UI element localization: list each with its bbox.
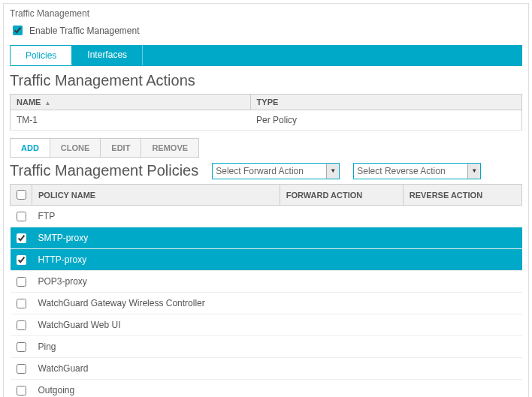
policies-row-forward bbox=[280, 271, 403, 293]
toolbar: ADD CLONE EDIT REMOVE bbox=[10, 138, 199, 158]
policies-row-check-cell bbox=[11, 206, 32, 227]
policies-row-reverse bbox=[403, 227, 521, 249]
policies-row-checkbox[interactable] bbox=[17, 299, 26, 308]
policies-row-reverse bbox=[403, 271, 521, 293]
policies-row[interactable]: POP3-proxy bbox=[11, 271, 522, 293]
policies-row-checkbox[interactable] bbox=[17, 212, 26, 221]
policies-row-reverse bbox=[403, 336, 521, 358]
select-all-checkbox[interactable] bbox=[17, 190, 26, 200]
tabstrip: Policies Interfaces bbox=[10, 45, 522, 66]
policies-row-reverse bbox=[403, 314, 521, 336]
actions-table: NAME ▲ TYPE TM-1 Per Policy bbox=[10, 94, 522, 131]
traffic-management-panel: Traffic Management Enable Traffic Manage… bbox=[3, 3, 529, 397]
panel-title: Traffic Management bbox=[10, 8, 522, 19]
policies-row-reverse bbox=[403, 206, 521, 227]
policies-header: Traffic Management Policies Select Forwa… bbox=[10, 162, 522, 179]
policies-row-name: WatchGuard Web UI bbox=[32, 314, 280, 336]
policies-row[interactable]: HTTP-proxy bbox=[11, 249, 522, 271]
policies-col-reverse[interactable]: REVERSE ACTION bbox=[403, 185, 521, 206]
enable-label: Enable Traffic Management bbox=[29, 26, 140, 36]
policies-row-checkbox[interactable] bbox=[17, 342, 26, 352]
policies-row-name: WatchGuard bbox=[32, 358, 280, 380]
policies-row-name: WatchGuard Gateway Wireless Controller bbox=[32, 293, 280, 314]
policies-row-forward bbox=[280, 206, 403, 227]
policies-col-name[interactable]: POLICY NAME bbox=[32, 185, 280, 206]
policies-row-check-cell bbox=[11, 271, 32, 293]
remove-button[interactable]: REMOVE bbox=[141, 139, 198, 157]
policies-row-reverse bbox=[403, 293, 521, 314]
policies-row-name: Outgoing bbox=[32, 380, 280, 398]
policies-section-title: Traffic Management Policies bbox=[10, 162, 198, 179]
policies-row-checkbox[interactable] bbox=[17, 277, 26, 287]
policies-row[interactable]: WatchGuard Web UI bbox=[11, 314, 522, 336]
add-button[interactable]: ADD bbox=[11, 139, 50, 157]
forward-action-select[interactable]: Select Forward Action bbox=[212, 163, 340, 179]
policies-row-name: FTP bbox=[32, 206, 280, 227]
policies-row-check-cell bbox=[11, 380, 32, 398]
sort-asc-icon: ▲ bbox=[44, 100, 50, 107]
policies-row-name: SMTP-proxy bbox=[32, 227, 280, 249]
actions-row-type: Per Policy bbox=[250, 110, 521, 131]
tab-interfaces[interactable]: Interfaces bbox=[72, 45, 143, 65]
actions-col-type[interactable]: TYPE bbox=[250, 95, 521, 110]
actions-section-title: Traffic Management Actions bbox=[10, 72, 522, 89]
policies-row-checkbox[interactable] bbox=[17, 233, 26, 243]
policies-row[interactable]: SMTP-proxy bbox=[11, 227, 522, 249]
policies-row-forward bbox=[280, 336, 403, 358]
policies-row-name: POP3-proxy bbox=[32, 271, 280, 293]
actions-col-name[interactable]: NAME ▲ bbox=[11, 95, 251, 110]
policies-row-forward bbox=[280, 227, 403, 249]
policies-col-forward[interactable]: FORWARD ACTION bbox=[280, 185, 403, 206]
policies-row-name: Ping bbox=[32, 336, 280, 358]
enable-checkbox[interactable] bbox=[13, 26, 23, 35]
policies-row-reverse bbox=[403, 358, 521, 380]
reverse-action-select-wrap: Select Reverse Action ▼ bbox=[353, 163, 481, 179]
policies-row-checkbox[interactable] bbox=[17, 386, 26, 395]
policies-row-forward bbox=[280, 249, 403, 271]
policies-row-check-cell bbox=[11, 314, 32, 336]
forward-action-select-wrap: Select Forward Action ▼ bbox=[212, 163, 340, 179]
tabstrip-fill bbox=[143, 45, 522, 65]
actions-col-name-label: NAME bbox=[17, 98, 41, 107]
actions-row[interactable]: TM-1 Per Policy bbox=[11, 110, 522, 131]
enable-row: Enable Traffic Management bbox=[10, 23, 522, 38]
actions-row-name: TM-1 bbox=[11, 110, 251, 131]
tab-policies[interactable]: Policies bbox=[10, 45, 72, 65]
policies-row[interactable]: Ping bbox=[11, 336, 522, 358]
edit-button[interactable]: EDIT bbox=[101, 139, 141, 157]
policies-row-check-cell bbox=[11, 336, 32, 358]
policies-row-check-cell bbox=[11, 358, 32, 380]
policies-row-reverse bbox=[403, 380, 521, 398]
reverse-action-select[interactable]: Select Reverse Action bbox=[353, 163, 481, 179]
policies-row-name: HTTP-proxy bbox=[32, 249, 280, 271]
policies-row[interactable]: WatchGuard bbox=[11, 358, 522, 380]
policies-row-check-cell bbox=[11, 227, 32, 249]
policies-row-checkbox[interactable] bbox=[17, 255, 26, 265]
policies-row-checkbox[interactable] bbox=[17, 320, 26, 330]
clone-button[interactable]: CLONE bbox=[50, 139, 101, 157]
policies-row-forward bbox=[280, 293, 403, 314]
policies-row-checkbox[interactable] bbox=[17, 364, 26, 374]
policies-row[interactable]: Outgoing bbox=[11, 380, 522, 398]
policies-col-check bbox=[11, 185, 32, 206]
policies-row[interactable]: FTP bbox=[11, 206, 522, 227]
policies-row-forward bbox=[280, 380, 403, 398]
policies-row-forward bbox=[280, 358, 403, 380]
policies-row-forward bbox=[280, 314, 403, 336]
policies-row-check-cell bbox=[11, 249, 32, 271]
policies-table: POLICY NAME FORWARD ACTION REVERSE ACTIO… bbox=[10, 184, 522, 397]
policies-row-check-cell bbox=[11, 293, 32, 314]
policies-row-reverse bbox=[403, 249, 521, 271]
policies-row[interactable]: WatchGuard Gateway Wireless Controller bbox=[11, 293, 522, 314]
